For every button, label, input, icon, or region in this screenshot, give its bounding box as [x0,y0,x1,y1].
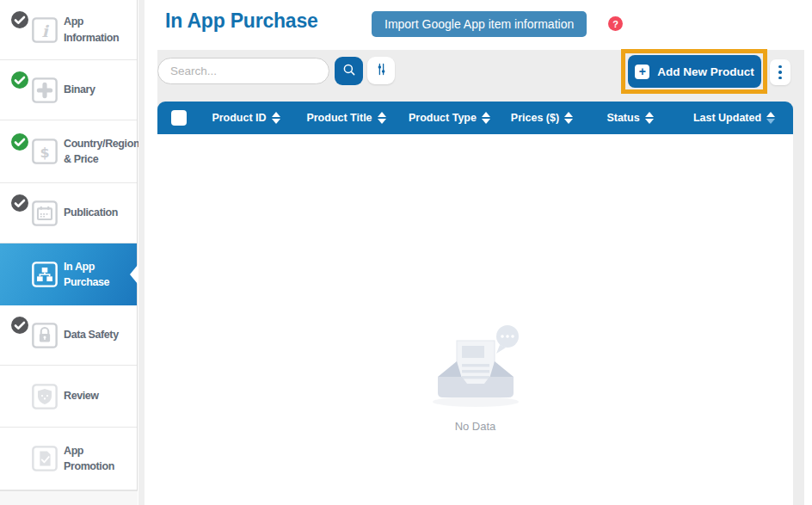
sidebar-content-gap [138,0,145,505]
sidebar-item-app-information[interactable]: iApp Information [0,0,137,60]
column-label: Status [606,112,639,124]
gray-check-badge [9,9,30,30]
empty-state-text: No Data [157,420,793,433]
sort-arrows-icon [766,112,775,124]
gray-check-badge [9,193,30,213]
add-new-product-label: Add New Product [657,65,754,78]
import-google-app-button[interactable]: Import Google App item information [372,11,587,37]
sidebar-item-app-promotion[interactable]: App Promotion [0,428,137,490]
in-app-purchase-panel: + Add New Product Product IDProduct Titl… [157,50,804,505]
sort-arrows-icon [378,112,386,124]
column-label: Prices ($) [511,112,559,124]
publication-icon [31,200,58,227]
sidebar-item-label: Country/Region & Price [64,136,136,167]
sort-arrows-icon [272,112,280,124]
app-promotion-icon [31,445,58,472]
price-icon: $ [31,138,58,165]
column-header-product-id[interactable]: Product ID [200,112,292,124]
app-information-icon: i [31,16,58,44]
review-icon [31,383,58,410]
active-item-notch [130,265,138,284]
green-check-badge [9,70,30,90]
search-button[interactable] [335,57,363,85]
gray-check-badge [9,315,30,336]
no-data-illustration [157,320,793,410]
search-input[interactable] [157,58,329,84]
sidebar-item-label: Binary [64,82,136,97]
empty-state: No Data [157,134,793,433]
green-check-badge [9,132,30,152]
search-icon [341,62,357,80]
sidebar-item-label: In App Purchase [64,259,136,290]
more-options-button[interactable] [770,59,790,85]
filter-sliders-icon [374,62,389,79]
sidebar-item-label: Review [64,388,136,403]
column-header-status[interactable]: Status [585,112,675,124]
sidebar: iApp InformationBinary$Country/Region & … [0,0,138,505]
sidebar-item-label: Data Safety [64,327,136,342]
sort-arrows-icon [482,112,490,124]
column-header-product-type[interactable]: Product Type [400,112,499,124]
sidebar-item-in-app-purchase[interactable]: In App Purchase [0,243,137,305]
column-label: Product ID [212,112,266,124]
page-title: In App Purchase [165,9,318,33]
column-header-prices[interactable]: Prices ($) [499,112,585,124]
column-header-product-title[interactable]: Product Title [292,112,400,124]
sidebar-item-label: Publication [64,205,136,220]
column-label: Product Title [306,112,372,124]
plus-icon: + [635,65,649,79]
sidebar-item-data-safety[interactable]: Data Safety [0,305,137,366]
help-icon[interactable]: ? [608,16,623,31]
sidebar-item-label: App Information [64,14,136,45]
add-new-product-button[interactable]: + Add New Product [628,55,761,88]
sidebar-item-binary[interactable]: Binary [0,60,137,120]
column-label: Product Type [409,112,477,124]
sidebar-item-country-region-price[interactable]: $Country/Region & Price [0,120,137,183]
sidebar-item-label: App Promotion [64,443,136,474]
svg-text:i: i [41,21,49,40]
column-label: Last Updated [693,112,761,124]
binary-icon [31,77,58,104]
sidebar-item-publication[interactable]: Publication [0,183,137,243]
kebab-menu-icon [778,65,782,80]
in-app-purchase-icon [31,261,58,288]
data-safety-icon [31,322,58,349]
sort-arrows-icon [645,112,654,124]
sidebar-next-item-stub [0,490,138,505]
sort-arrows-icon [564,112,573,124]
table-body: No Data [157,134,793,505]
filter-button[interactable] [367,57,395,84]
column-header-last-updated[interactable]: Last Updated [675,112,793,124]
select-all-checkbox[interactable] [171,110,187,126]
table-header-row: Product IDProduct TitleProduct TypePrice… [157,102,793,134]
main-content: In App Purchase Import Google App item i… [145,0,812,505]
sidebar-item-review[interactable]: Review [0,366,137,428]
svg-text:$: $ [40,145,49,161]
